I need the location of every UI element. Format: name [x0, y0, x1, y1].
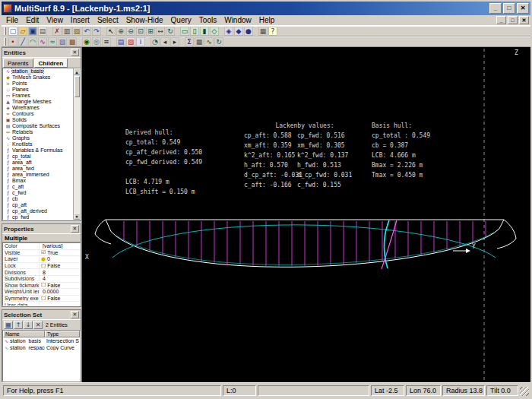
graph-icon[interactable]: ∿: [204, 37, 214, 46]
title-bar[interactable]: MultiSurf 8.9 - [Lackenby-1.ms2:1] _ □ ✕: [2, 2, 530, 15]
children[interactable]: Children: [34, 59, 68, 68]
checkbox-icon[interactable]: ●: [41, 256, 46, 262]
shaded-icon[interactable]: ◆: [234, 27, 243, 36]
insert[interactable]: Insert: [67, 15, 93, 25]
column-header-type[interactable]: Type: [45, 331, 80, 337]
separator[interactable]: [176, 27, 179, 36]
file[interactable]: File: [2, 15, 22, 25]
symmetry-exempt[interactable]: Symmetry exempt ☐ False: [3, 296, 80, 302]
query[interactable]: Query: [167, 15, 195, 25]
help-icon[interactable]: ?: [268, 27, 277, 36]
weight-unit-length[interactable]: Weight/Unit length 0.0000: [3, 289, 80, 296]
separator[interactable]: [146, 37, 150, 46]
separator[interactable]: [112, 37, 116, 46]
property-value[interactable]: [various]: [43, 243, 62, 249]
view-front-icon[interactable]: ▯: [190, 27, 199, 36]
remove-button[interactable]: ✕: [33, 321, 43, 329]
tree-scrollbar[interactable]: ▲ ▼: [73, 68, 80, 220]
sum-icon[interactable]: Σ: [185, 37, 194, 46]
toolbar-handle[interactable]: [4, 27, 6, 35]
hide-icon[interactable]: ◎: [92, 37, 101, 46]
zoom-window-icon[interactable]: ⊡: [136, 27, 145, 36]
divisions[interactable]: Divisions 8: [3, 269, 80, 276]
checkbox-icon[interactable]: ☑: [41, 249, 46, 255]
show-all-icon[interactable]: ◉: [82, 37, 91, 46]
parents[interactable]: Parents: [3, 59, 33, 68]
orbit-icon[interactable]: ◔: [150, 37, 160, 46]
property-value[interactable]: 0.0000: [43, 289, 59, 294]
insert-curve-icon[interactable]: ∿: [38, 37, 47, 46]
cut-icon[interactable]: ✗: [52, 27, 62, 36]
edit[interactable]: Edit: [22, 15, 43, 25]
close-icon[interactable]: ✕: [71, 49, 79, 56]
tools[interactable]: Tools: [195, 15, 220, 25]
close-button[interactable]: ✕: [517, 3, 529, 14]
separator[interactable]: [48, 27, 52, 36]
undo-icon[interactable]: ↶: [82, 27, 91, 36]
station-basis[interactable]: ∿ station_basis: [3, 68, 73, 74]
checkbox-icon[interactable]: ☐: [41, 282, 46, 288]
area-aft[interactable]: ƒ area_aft: [3, 160, 73, 166]
color[interactable]: Color [various]: [3, 243, 80, 250]
visibility-icon[interactable]: ≡: [102, 37, 111, 46]
cp-aft[interactable]: ƒ cp_aft: [3, 202, 73, 208]
rotate-icon[interactable]: ↻: [166, 27, 175, 36]
window[interactable]: Window: [220, 15, 255, 25]
grid-icon[interactable]: ▦: [258, 27, 268, 36]
print-icon[interactable]: ▤: [38, 27, 47, 36]
property-value[interactable]: False: [47, 296, 60, 301]
c-aft[interactable]: ƒ c_aft: [3, 184, 73, 190]
paste-icon[interactable]: ▨: [72, 27, 81, 36]
property-value[interactable]: False: [47, 263, 60, 268]
cp-aft-derived[interactable]: ƒ cp_aft_derived: [3, 208, 73, 214]
color-icon[interactable]: ▨: [126, 37, 135, 46]
frames[interactable]: ▭ Frames: [3, 93, 73, 99]
close-icon[interactable]: ✕: [71, 311, 79, 318]
station-basis[interactable]: ∿ station_basis Intersection S: [3, 337, 80, 344]
properties-icon[interactable]: i: [136, 37, 145, 46]
insert-snake-icon[interactable]: ≈: [48, 37, 57, 46]
checkbox-icon[interactable]: ☐: [41, 263, 46, 269]
station-respaced[interactable]: ∿ station_respaced Copy Curve: [3, 344, 80, 351]
view-top-icon[interactable]: ▭: [180, 27, 189, 36]
knotlists[interactable]: : Knotlists: [3, 141, 73, 147]
help[interactable]: Help: [255, 15, 279, 25]
new-file-icon[interactable]: ▢: [8, 27, 17, 36]
user-data[interactable]: User data: [3, 302, 80, 306]
separator[interactable]: [78, 37, 81, 46]
relabels[interactable]: ↔ Relabels: [3, 129, 73, 135]
scroll-thumb[interactable]: [74, 76, 80, 97]
select-down-button[interactable]: ↓: [24, 321, 33, 329]
cp-total[interactable]: ƒ cp_total: [3, 154, 73, 160]
close-icon[interactable]: ✕: [71, 225, 79, 233]
insert-line-icon[interactable]: ╱: [18, 37, 27, 46]
open-icon[interactable]: ▱: [18, 27, 27, 36]
next-view-icon[interactable]: ▸: [170, 37, 179, 46]
area-immersed[interactable]: ƒ area_immersed: [3, 172, 73, 178]
view-perspective-icon[interactable]: ◇: [210, 27, 219, 36]
separator[interactable]: [180, 37, 184, 46]
maximize-button[interactable]: □: [503, 3, 515, 14]
pan-icon[interactable]: ↔: [156, 27, 165, 36]
insert-solid-icon[interactable]: ▩: [68, 37, 77, 46]
composite-surfaces[interactable]: ▤ Composite Surfaces: [3, 123, 73, 129]
graphs[interactable]: ∿ Graphs: [3, 135, 73, 141]
area-fwd[interactable]: ƒ area_fwd: [3, 166, 73, 172]
property-value[interactable]: False: [47, 283, 60, 288]
refresh-icon[interactable]: ↻: [214, 37, 223, 46]
mdi-close-button[interactable]: ✕: [519, 16, 529, 24]
trimesh-snakes[interactable]: ◆ TriMesh Snakes: [3, 74, 73, 81]
zoom-all-icon[interactable]: ⊞: [146, 27, 155, 36]
scroll-up-icon[interactable]: ▲: [74, 68, 81, 75]
subdivisions[interactable]: Subdivisions 4: [3, 276, 80, 283]
planes[interactable]: ◇ Planes: [3, 87, 73, 93]
mdi-restore-button[interactable]: □: [508, 16, 518, 24]
c-fwd[interactable]: ƒ c_fwd: [3, 190, 73, 196]
mdi-minimize-button[interactable]: _: [496, 16, 506, 24]
view-side-icon[interactable]: ▮: [200, 27, 209, 36]
solids[interactable]: ▣ Solids: [3, 117, 73, 123]
layer[interactable]: Layer ● 0: [3, 256, 80, 263]
wireframe-icon[interactable]: ◈: [224, 27, 233, 36]
minimize-button[interactable]: _: [489, 3, 502, 14]
viewport-3d[interactable]: Derived hull: cp_total: 0.549cp_aft_deri…: [81, 47, 530, 382]
